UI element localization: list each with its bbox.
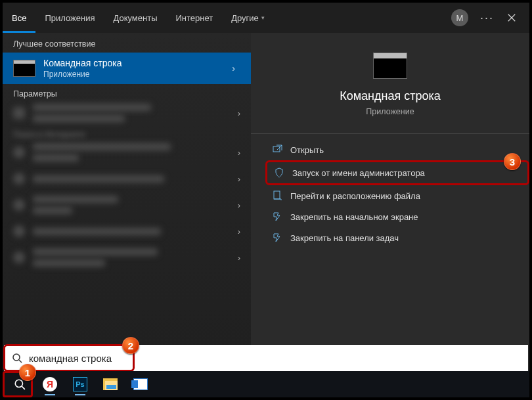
more-options-button[interactable]: ··· — [475, 11, 499, 25]
blurred-text — [33, 104, 151, 111]
results-panel: Лучшее соответствие Командная строка При… — [3, 33, 251, 397]
search-header: Все Приложения Документы Интернет Другие… — [3, 3, 529, 33]
folder-icon — [272, 190, 282, 201]
blurred-text — [33, 143, 171, 150]
blurred-text — [33, 207, 72, 214]
settings-icon — [13, 107, 25, 119]
blurred-text — [33, 228, 161, 235]
chevron-down-icon: ▾ — [261, 14, 265, 21]
explorer-icon — [103, 378, 118, 390]
tab-internet[interactable]: Интернет — [166, 3, 222, 33]
action-label: Открыть — [290, 145, 324, 155]
cmd-icon — [13, 60, 35, 77]
chevron-right-icon[interactable]: › — [232, 63, 240, 74]
web-result[interactable]: › — [3, 139, 251, 166]
action-label: Закрепить на начальном экране — [290, 212, 418, 222]
chevron-right-icon: › — [238, 253, 240, 263]
action-pin-to-start[interactable]: Закрепить на начальном экране — [265, 206, 529, 227]
taskbar-word[interactable] — [126, 372, 155, 396]
web-result[interactable]: › — [3, 218, 251, 244]
tab-documents[interactable]: Документы — [104, 3, 166, 33]
action-open[interactable]: Открыть — [265, 139, 529, 160]
shield-icon — [274, 167, 284, 178]
svg-rect-0 — [273, 146, 280, 152]
action-open-file-location[interactable]: Перейти к расположению файла — [265, 185, 529, 206]
web-result[interactable]: › — [3, 244, 251, 271]
yandex-icon: Я — [43, 377, 57, 391]
pin-icon — [272, 211, 282, 222]
action-label: Запуск от имени администратора — [292, 168, 425, 178]
close-button[interactable] — [499, 5, 524, 30]
settings-result[interactable]: › — [3, 100, 251, 126]
chevron-right-icon: › — [238, 227, 240, 236]
word-icon — [133, 378, 148, 390]
action-run-as-admin[interactable]: Запуск от имени администратора 3 — [265, 160, 529, 185]
taskbar-search-button[interactable] — [5, 372, 34, 396]
parameters-header: Параметры — [3, 84, 251, 100]
preview-title: Командная строка — [340, 89, 441, 103]
pin-icon — [272, 233, 282, 243]
blurred-text — [33, 196, 118, 203]
search-icon — [14, 378, 26, 390]
action-label: Закрепить на панели задач — [290, 233, 399, 243]
search-icon — [13, 199, 25, 211]
best-match-subtitle: Приложение — [43, 70, 122, 79]
best-match-title: Командная строка — [43, 58, 122, 68]
best-match-header: Лучшее соответствие — [3, 33, 251, 53]
blurred-text — [33, 154, 79, 162]
search-icon — [13, 146, 25, 158]
annotation-badge-3: 3 — [504, 153, 521, 170]
open-icon — [272, 144, 282, 155]
actions-list: Открыть Запуск от имени администратора 3… — [251, 133, 529, 248]
action-pin-to-taskbar[interactable]: Закрепить на панели задач — [265, 227, 529, 248]
app-icon — [373, 53, 407, 79]
search-icon — [12, 353, 22, 363]
user-avatar[interactable]: М — [451, 9, 468, 26]
filter-tabs: Все Приложения Документы Интернет Другие… — [3, 3, 274, 33]
tab-other-label: Другие — [231, 13, 259, 23]
blurred-text — [33, 175, 164, 183]
blurred-text — [33, 259, 105, 267]
web-result[interactable]: › — [3, 192, 251, 218]
search-icon — [13, 252, 25, 263]
search-input[interactable] — [29, 353, 520, 364]
svg-rect-1 — [274, 191, 280, 199]
chevron-right-icon: › — [238, 148, 240, 158]
taskbar: Я Ps — [3, 371, 529, 397]
taskbar-explorer[interactable] — [96, 372, 125, 396]
svg-point-3 — [15, 380, 22, 387]
chevron-right-icon: › — [238, 108, 240, 118]
web-search-header: Поиск в Интернете — [3, 126, 251, 139]
photoshop-icon: Ps — [73, 377, 87, 391]
close-icon — [507, 13, 516, 22]
search-icon — [13, 225, 25, 237]
blurred-text — [33, 248, 158, 256]
action-label: Перейти к расположению файла — [290, 191, 420, 201]
preview-panel: Командная строка Приложение Открыть Запу… — [251, 33, 529, 397]
chevron-right-icon: › — [238, 200, 240, 210]
tab-other[interactable]: Другие ▾ — [222, 3, 274, 33]
search-bar[interactable] — [4, 345, 528, 371]
best-match-item[interactable]: Командная строка Приложение › — [3, 53, 251, 84]
search-icon — [13, 173, 25, 185]
tab-apps[interactable]: Приложения — [35, 3, 104, 33]
chevron-right-icon: › — [238, 174, 240, 184]
taskbar-photoshop[interactable]: Ps — [66, 372, 95, 396]
tab-all[interactable]: Все — [3, 3, 35, 33]
svg-point-2 — [13, 354, 20, 361]
blurred-text — [33, 115, 125, 122]
web-result[interactable]: › — [3, 166, 251, 192]
taskbar-yandex[interactable]: Я — [35, 372, 64, 396]
preview-subtitle: Приложение — [366, 107, 414, 116]
